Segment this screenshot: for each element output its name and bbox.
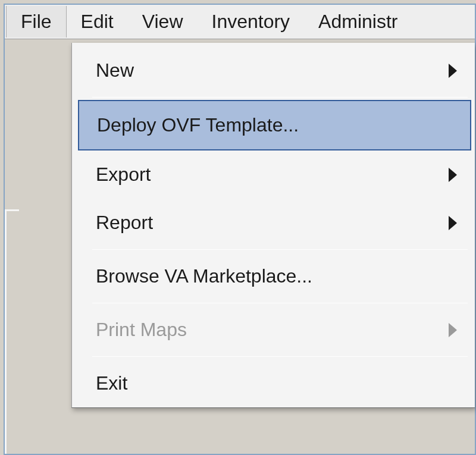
menubar-administration[interactable]: Administr [304,6,412,37]
menu-browse-va-marketplace[interactable]: Browse VA Marketplace... [72,252,475,300]
menubar-edit[interactable]: Edit [67,6,128,37]
menu-new-label: New [96,59,134,81]
menu-export-label: Export [96,164,151,186]
menu-browse-va-label: Browse VA Marketplace... [96,265,312,287]
menu-separator [92,249,468,250]
menu-new[interactable]: New [72,46,475,95]
menu-separator [92,356,468,357]
menu-export[interactable]: Export [72,150,475,199]
menubar-inventory[interactable]: Inventory [197,6,304,37]
menu-separator [92,303,468,303]
menu-deploy-ovf-template[interactable]: Deploy OVF Template... [78,100,471,150]
menubar-file[interactable]: File [6,6,67,37]
menubar: File Edit View Inventory Administr [5,5,475,39]
menu-deploy-ovf-label: Deploy OVF Template... [97,114,299,136]
menu-print-maps: Print Maps [72,306,475,354]
submenu-arrow-icon [449,168,457,182]
window-frame: File Edit View Inventory Administr New D… [4,4,476,455]
menubar-view[interactable]: View [128,6,198,37]
menu-separator [92,97,468,98]
menu-print-maps-label: Print Maps [96,319,187,341]
submenu-arrow-icon [449,216,457,230]
submenu-arrow-icon [449,64,457,78]
inner-panel-border [5,209,19,454]
submenu-arrow-icon [449,323,457,337]
menu-exit-label: Exit [96,372,127,394]
file-menu-dropdown: New Deploy OVF Template... Export Report… [71,43,475,408]
menu-report[interactable]: Report [72,199,475,247]
menu-exit[interactable]: Exit [72,359,475,407]
menu-report-label: Report [96,212,153,234]
